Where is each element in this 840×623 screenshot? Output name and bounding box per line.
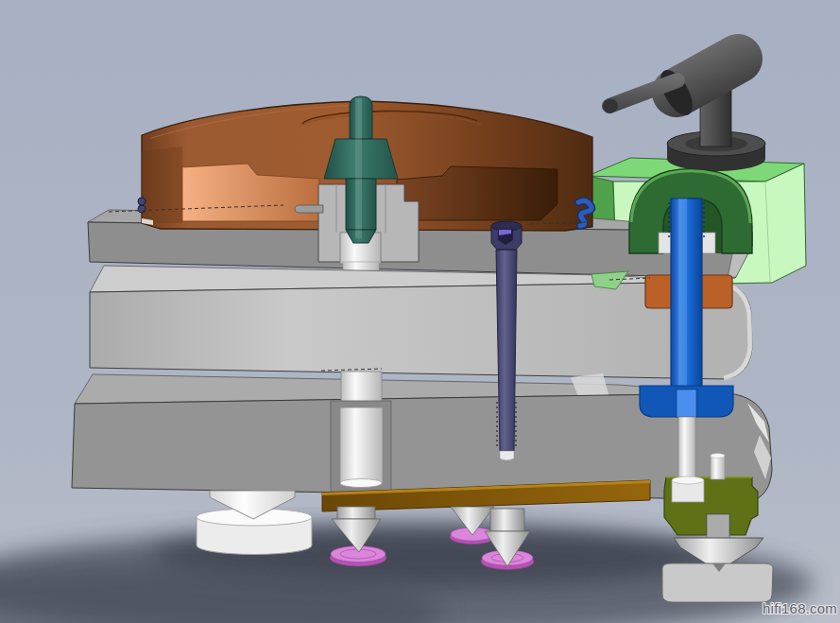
hub-pin (295, 205, 323, 213)
shaft-segment-lower (340, 407, 383, 484)
thread-insert-left (659, 233, 672, 253)
clamp-bolt-highlight (678, 199, 687, 388)
oring-left-icon (138, 198, 146, 205)
small-stud (711, 456, 725, 479)
screw-shaft (496, 250, 517, 451)
cad-render: hifi168.com (0, 0, 840, 623)
cad-screenshot: hifi168.com (0, 0, 840, 623)
small-stud-top (711, 454, 725, 459)
watermark-text: hifi168.com (763, 600, 837, 616)
spike-c-cylinder (490, 509, 524, 531)
spike-stem (707, 514, 729, 540)
oring-left2-icon (138, 205, 146, 213)
screw-tip (500, 451, 514, 460)
threaded-rod (678, 417, 695, 479)
flange-inner-cylinder (677, 389, 696, 417)
rod-collar-top (672, 476, 704, 484)
shaft-bottom-edge (340, 479, 382, 488)
spindle-highlight (355, 98, 362, 238)
platter-left-wall-shade (142, 147, 182, 223)
spike-a-cylinder (337, 507, 375, 519)
